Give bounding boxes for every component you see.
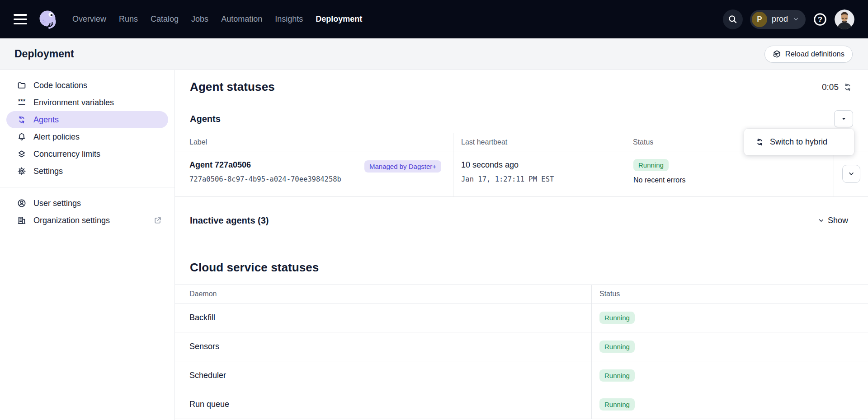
daemon-name: Sensors [175, 332, 592, 361]
reload-definitions-label: Reload definitions [785, 50, 844, 58]
column-header-last-heartbeat: Last heartbeat [453, 133, 625, 151]
sidebar-item-label: Agents [33, 115, 59, 125]
sidebar-item-concurrency-limits[interactable]: Concurrency limits [6, 145, 168, 163]
cloud-services-table: Daemon Status Backfill Running Sensors R… [175, 285, 868, 419]
reload-definitions-icon [773, 50, 781, 58]
nav-item-catalog[interactable]: Catalog [151, 14, 179, 24]
sidebar-item-label: Alert policies [33, 132, 80, 142]
menu-item-switch-to-hybrid[interactable]: Switch to hybrid [744, 129, 854, 155]
agent-row-menu-button[interactable] [842, 165, 860, 183]
sidebar-item-code-locations[interactable]: Code locations [6, 77, 168, 94]
daemon-name: Run queue [175, 390, 592, 419]
deployment-switcher[interactable]: P prod [750, 10, 806, 29]
agent-statuses-title: Agent statuses [190, 80, 275, 94]
cloud-service-statuses-title: Cloud service statuses [190, 261, 319, 275]
agent-status-badge: Running [633, 159, 669, 171]
page-title: Deployment [14, 48, 74, 60]
show-label: Show [828, 216, 848, 225]
user-icon [17, 199, 26, 208]
daemon-name: Scheduler [175, 361, 592, 390]
sidebar-item-label: Settings [33, 167, 63, 176]
chevron-down-icon [818, 217, 825, 224]
user-photo [835, 9, 854, 29]
agent-actions-menu: Switch to hybrid [744, 129, 854, 155]
agent-icon [755, 138, 764, 146]
user-avatar[interactable] [835, 9, 854, 29]
managed-by-badge: Managed by Dagster+ [364, 160, 441, 173]
menu-item-label: Switch to hybrid [770, 137, 827, 147]
daemon-table-row: Run queue Running [175, 390, 868, 419]
column-header-label: Label [175, 133, 453, 151]
inactive-agents-show-toggle[interactable]: Show [818, 216, 848, 225]
top-nav-bar: Overview Runs Catalog Jobs Automation In… [0, 0, 868, 38]
sidebar-item-label: Code locations [33, 81, 87, 90]
caret-down-icon [841, 116, 847, 122]
sidebar-item-alert-policies[interactable]: Alert policies [6, 128, 168, 145]
sidebar-item-agents[interactable]: Agents [6, 111, 168, 128]
daemon-table-row: Sensors Running [175, 332, 868, 361]
nav-item-jobs[interactable]: Jobs [191, 14, 208, 24]
dagster-logo-icon[interactable] [37, 9, 59, 30]
sidebar-item-environment-variables[interactable]: Environment variables [6, 94, 168, 111]
daemon-table-row: Backfill Running [175, 303, 868, 332]
agent-icon [17, 115, 26, 124]
sidebar-item-label: User settings [33, 199, 81, 208]
agent-table-row: Agent 727a0506 727a0506-8c97-4b95-a024-7… [175, 151, 868, 197]
agent-actions-dropdown-button[interactable] [834, 110, 853, 127]
heartbeat-timestamp: Jan 17, 1:27:11 PM EST [461, 175, 625, 183]
column-header-status: Status [592, 285, 868, 303]
external-link-icon [154, 216, 162, 224]
sidebar-item-label: Concurrency limits [33, 149, 100, 159]
refresh-countdown-value: 0:05 [822, 82, 839, 92]
daemon-status-badge: Running [599, 398, 635, 411]
daemon-status-badge: Running [599, 341, 635, 353]
refresh-countdown: 0:05 [822, 82, 852, 92]
nav-item-automation[interactable]: Automation [221, 14, 262, 24]
cloud-table-header-row: Daemon Status [175, 285, 868, 303]
daemon-name: Backfill [175, 303, 592, 332]
help-button[interactable] [813, 12, 827, 27]
bell-icon [17, 132, 26, 141]
folder-icon [17, 81, 26, 90]
heartbeat-relative-time: 10 seconds ago [461, 160, 625, 170]
sidebar-item-label: Environment variables [33, 98, 114, 107]
help-icon [813, 12, 827, 27]
main-content: Agent statuses 0:05 Agents Label Last he… [175, 70, 868, 420]
sidebar-item-label: Organization settings [33, 216, 110, 225]
refresh-icon[interactable] [843, 83, 852, 92]
deployment-avatar: P [752, 12, 767, 27]
env-vars-icon [17, 98, 26, 107]
deployment-name: prod [772, 14, 788, 24]
agent-name: Agent 727a0506 [189, 160, 341, 170]
nav-item-deployment[interactable]: Deployment [316, 14, 362, 24]
search-icon [728, 14, 737, 24]
sidebar-divider [0, 187, 175, 187]
sidebar-item-organization-settings[interactable]: Organization settings [6, 212, 168, 229]
agent-id: 727a0506-8c97-4b95-a024-70ee3984258b [189, 175, 341, 183]
chevron-down-icon [793, 16, 799, 23]
hamburger-menu-icon[interactable] [14, 14, 27, 24]
deployment-sidebar: Code locations Environment variables Age… [0, 70, 175, 420]
daemon-status-badge: Running [599, 369, 635, 382]
nav-right-controls: P prod [723, 9, 854, 29]
gear-icon [17, 167, 26, 176]
agent-status-note: No recent errors [633, 176, 686, 184]
inactive-agents-heading: Inactive agents (3) [190, 215, 269, 226]
agents-section-heading: Agents [190, 114, 221, 124]
daemon-table-row: Scheduler Running [175, 361, 868, 390]
nav-item-insights[interactable]: Insights [275, 14, 303, 24]
chevron-down-icon [848, 170, 855, 177]
nav-item-overview[interactable]: Overview [72, 14, 106, 24]
column-header-daemon: Daemon [175, 285, 592, 303]
reload-definitions-button[interactable]: Reload definitions [764, 46, 853, 63]
search-button[interactable] [723, 9, 743, 29]
sidebar-item-settings[interactable]: Settings [6, 163, 168, 180]
page-header: Deployment Reload definitions [0, 38, 868, 70]
sidebar-item-user-settings[interactable]: User settings [6, 195, 168, 212]
primary-nav: Overview Runs Catalog Jobs Automation In… [72, 14, 362, 24]
nav-item-runs[interactable]: Runs [119, 14, 138, 24]
organization-icon [17, 216, 26, 225]
daemon-status-badge: Running [599, 312, 635, 324]
layers-icon [17, 149, 26, 159]
